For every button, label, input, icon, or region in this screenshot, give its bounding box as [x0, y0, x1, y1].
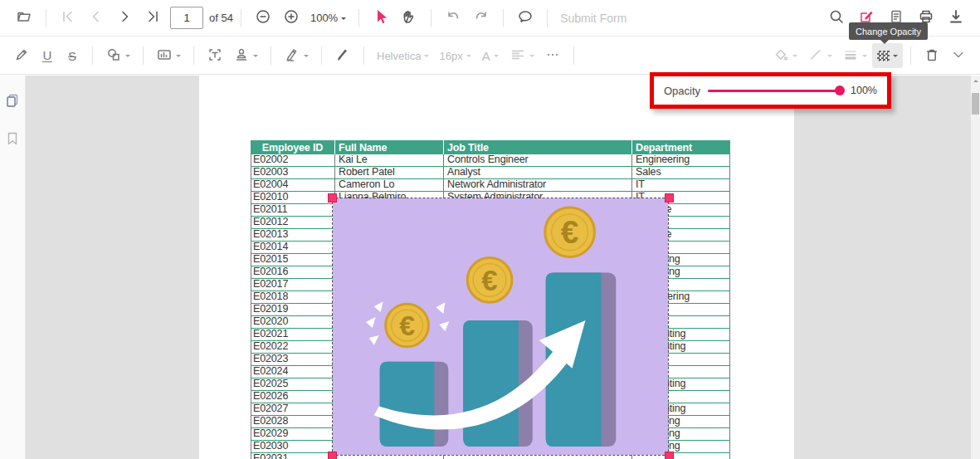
last-page-button[interactable] [139, 6, 167, 31]
bookmarks-button[interactable] [4, 130, 21, 150]
font-size-select[interactable]: 16px [434, 43, 475, 68]
select-tool-button[interactable] [367, 6, 395, 31]
redo-button[interactable] [467, 6, 495, 31]
stamp-button[interactable] [228, 43, 263, 68]
chevron-left-icon [88, 8, 105, 27]
comment-button[interactable] [511, 6, 539, 31]
divider [241, 9, 241, 27]
underline-icon: U [42, 50, 53, 62]
divider [143, 46, 144, 65]
undo-button[interactable] [439, 6, 467, 31]
table-cell: E02012 [251, 217, 335, 228]
next-page-button[interactable] [110, 6, 139, 31]
opacity-label: Opacity [664, 85, 700, 97]
annotate-pen-button[interactable] [8, 43, 35, 68]
fill-color-button[interactable] [768, 43, 802, 68]
coin-1: € [386, 304, 429, 347]
shapes-button[interactable] [100, 43, 135, 68]
image-button[interactable] [151, 43, 186, 68]
table-cell: E02025 [251, 378, 335, 390]
chevron-down-icon [792, 55, 797, 60]
selection-handle-bottom-left[interactable] [328, 452, 337, 459]
line-style-button[interactable] [802, 43, 837, 68]
table-cell: E02023 [251, 354, 335, 365]
table-cell: E02003 [251, 167, 335, 178]
zoom-in-icon [283, 8, 300, 27]
zoom-in-button[interactable] [277, 6, 305, 31]
left-sidebar [0, 76, 26, 459]
align-button[interactable] [505, 43, 539, 68]
shapes-icon [105, 46, 122, 66]
fill-color-icon [773, 46, 789, 66]
table-cell: E02010 [251, 192, 335, 203]
table-cell: Kai Le [335, 154, 444, 166]
previous-page-button[interactable] [82, 6, 110, 31]
table-row: E02002Kai LeControls EngineerEngineering [251, 154, 730, 167]
underline-button[interactable]: U [35, 43, 60, 68]
table-cell: E02018 [251, 291, 335, 303]
table-cell: Sales [632, 167, 730, 178]
font-family-label: Helvetica [377, 50, 421, 62]
annotation-highlight-box: Opacity 100% [650, 72, 891, 109]
cursor-icon [373, 8, 389, 27]
brush-button[interactable] [329, 43, 356, 68]
selection-handle-bottom-right[interactable] [665, 452, 674, 459]
selected-image[interactable]: € € € [332, 198, 669, 456]
line-icon [807, 46, 824, 66]
align-icon [510, 46, 526, 66]
selection-handle-top-left[interactable] [328, 193, 337, 203]
zoom-level-label: 100% [310, 12, 338, 24]
scrollbar-thumb[interactable] [972, 93, 979, 115]
chevron-down-icon [341, 17, 346, 22]
delete-button[interactable] [919, 43, 945, 68]
trash-icon [924, 46, 940, 66]
hand-tool-button[interactable] [395, 6, 423, 31]
collapse-toolbar-button[interactable] [945, 43, 972, 68]
opacity-value: 100% [851, 85, 877, 96]
divider [910, 46, 911, 65]
zoom-out-button[interactable] [249, 6, 277, 31]
more-options-icon [544, 46, 561, 66]
hand-icon [401, 8, 417, 27]
download-button[interactable] [942, 6, 970, 31]
more-options-button[interactable] [539, 43, 566, 68]
divider [431, 9, 431, 27]
toolbar-top: of 54 100% Submit Form [0, 0, 980, 37]
comment-bubble-icon [517, 8, 534, 27]
opacity-slider-handle[interactable] [835, 85, 845, 95]
zoom-level-button[interactable]: 100% [305, 6, 351, 31]
textbox-button[interactable] [202, 43, 228, 68]
divider [363, 46, 364, 65]
line-thickness-button[interactable] [837, 43, 872, 68]
vertical-scrollbar[interactable] [971, 76, 980, 459]
scroll-up-arrow-icon [973, 77, 978, 82]
opacity-slider[interactable] [708, 90, 843, 92]
divider [547, 9, 548, 27]
chevron-down-icon [304, 55, 309, 60]
table-cell: E02028 [251, 416, 335, 427]
signature-button[interactable] [279, 43, 314, 68]
chevron-right-icon [116, 8, 133, 27]
divider [358, 9, 359, 27]
search-icon [828, 8, 845, 27]
font-family-select[interactable]: Helvetica [372, 43, 434, 68]
open-file-button[interactable] [10, 6, 38, 31]
brush-icon [334, 46, 351, 66]
search-button[interactable] [822, 6, 851, 31]
font-color-button[interactable]: A [476, 43, 505, 68]
chevron-down-icon [253, 55, 258, 60]
table-row: E02004Cameron LoNetwork AdministratorIT [251, 179, 730, 192]
first-page-button[interactable] [54, 6, 82, 31]
table-cell: E02014 [251, 242, 335, 253]
selection-handle-top-right[interactable] [665, 193, 674, 203]
page-number-input[interactable] [170, 7, 203, 29]
scroll-up-button[interactable] [971, 76, 980, 85]
submit-form-button[interactable]: Submit Form [555, 12, 631, 25]
tooltip: Change Opacity [849, 22, 928, 40]
line-thickness-icon [842, 46, 859, 66]
redo-icon [473, 8, 490, 27]
table-cell: E02004 [251, 179, 335, 191]
page-thumbnails-button[interactable] [4, 92, 21, 112]
bar-chart-illustration: € € € [333, 198, 668, 455]
strikethrough-button[interactable]: S [60, 43, 85, 68]
